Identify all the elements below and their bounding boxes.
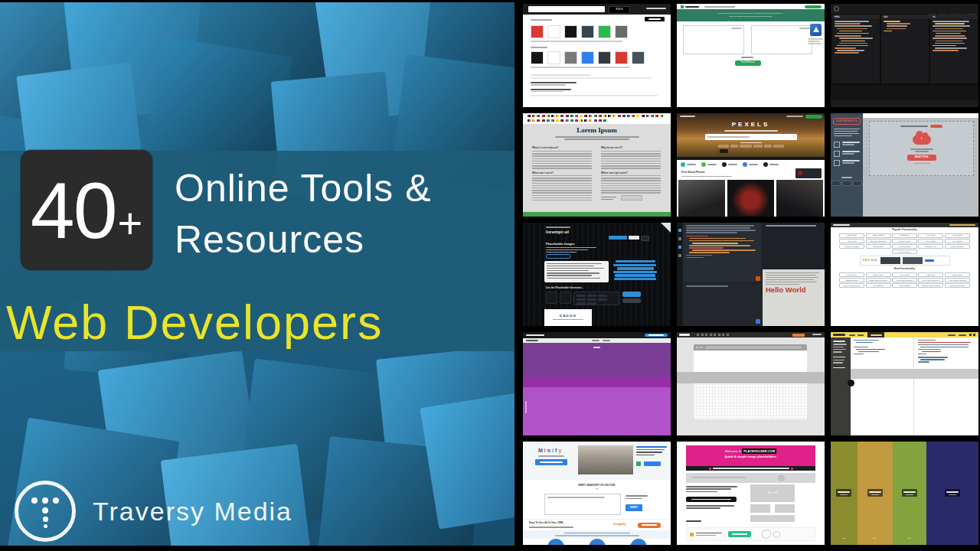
palette-stripe[interactable]: ••	[858, 442, 893, 545]
deal-button[interactable]	[728, 531, 751, 537]
tool-button[interactable]: JSON Path Tester	[839, 278, 864, 282]
photo-tile[interactable]	[776, 180, 823, 217]
signup-button[interactable]	[645, 334, 668, 337]
flag-icon[interactable]	[570, 119, 573, 122]
tool-button[interactable]: CSV to Excel Converter	[918, 278, 943, 282]
tool-icon[interactable]	[678, 246, 681, 249]
flag-icon[interactable]	[551, 119, 554, 122]
code-textarea[interactable]	[544, 494, 621, 515]
insightly-ad[interactable]: Easy To Use, All In One, CRM. insightly	[523, 519, 671, 531]
color-swatch[interactable]	[615, 25, 628, 38]
thumb-codebeautify[interactable]: Popular Functionality JSON ViewerJSON Va…	[831, 223, 978, 326]
category-cell[interactable]	[587, 302, 596, 305]
tool-button[interactable]: JSON Validator	[866, 233, 891, 238]
color-swatch[interactable]	[598, 51, 611, 64]
tool-icon[interactable]	[710, 334, 712, 336]
flag-icon[interactable]	[532, 119, 535, 122]
stripe-dots[interactable]: ••	[831, 537, 858, 540]
tag-pill[interactable]	[730, 145, 738, 148]
menu-item[interactable]	[849, 334, 855, 336]
flag-icon[interactable]	[537, 115, 540, 117]
tool-button[interactable]: JavaScript Validator	[839, 244, 864, 249]
flag-icon[interactable]	[566, 115, 569, 117]
tool-button[interactable]: XML Viewer	[918, 233, 943, 238]
flag-icon[interactable]	[537, 119, 540, 122]
generator-knob[interactable]	[560, 292, 571, 304]
minify-button[interactable]: MINIFY	[626, 504, 642, 511]
changed-text-area[interactable]	[751, 25, 812, 54]
flag-icon[interactable]	[636, 115, 639, 117]
flag-icon[interactable]	[589, 119, 592, 122]
palette-stripe[interactable]	[926, 442, 978, 545]
html-pane[interactable]	[683, 223, 762, 282]
category-chip[interactable]	[722, 162, 737, 167]
photo-tile[interactable]	[678, 180, 725, 217]
cta-button[interactable]	[535, 459, 567, 465]
tool-button[interactable]: JSON Viewer	[839, 233, 864, 238]
palette-stripe[interactable]: ••	[831, 442, 858, 545]
category-cell[interactable]	[598, 298, 607, 301]
url-input[interactable]	[528, 6, 605, 12]
cacoo-ad[interactable]: cacoo	[544, 309, 592, 326]
thumb-jsbin[interactable]: Hello World	[677, 223, 825, 326]
tool-icon[interactable]	[678, 237, 681, 240]
thumb-colordot[interactable]	[523, 332, 671, 435]
flag-icon[interactable]	[560, 115, 564, 117]
tool-icon[interactable]	[678, 229, 681, 232]
tool-button[interactable]: JSON Editor	[892, 233, 917, 238]
run-button[interactable]: RUN IN	[609, 6, 630, 14]
stripe-dots[interactable]: ••	[858, 537, 893, 540]
generate-button[interactable]	[621, 195, 642, 201]
color-swatch[interactable]	[564, 25, 577, 38]
thumb-color-palette-tool[interactable]: RUN IN	[523, 4, 671, 107]
menu-item[interactable]	[959, 334, 966, 336]
palette-stripe[interactable]: ••	[893, 442, 926, 545]
ad-button[interactable]	[925, 259, 934, 262]
tool-icon[interactable]	[722, 334, 724, 336]
diff-type-dropdown[interactable]	[741, 57, 753, 58]
tool-button[interactable]: JSON to Excel Converter	[866, 278, 891, 282]
tool-button[interactable]: Encryption-Decryption	[866, 239, 891, 243]
flag-icon[interactable]	[580, 119, 583, 122]
color-swatch[interactable]	[632, 51, 645, 64]
js-pane[interactable]	[763, 223, 825, 269]
menu-item[interactable]	[948, 334, 956, 336]
tag-pill[interactable]	[718, 145, 729, 148]
tool-button[interactable]: YAML to Excel Converter	[945, 278, 970, 282]
tool-button[interactable]: Hex to Decimal	[892, 244, 917, 249]
dropzone[interactable]: ↑ SELECT FILE	[869, 121, 974, 176]
tool-button[interactable]: Random Word Generator	[918, 283, 943, 288]
thumb-codepen[interactable]: SaveForkSettingsChange View HTML CSS JS	[831, 4, 978, 107]
drag-handle[interactable]	[848, 380, 854, 386]
reset-button[interactable]	[622, 298, 641, 303]
stripe-dots[interactable]: ••	[893, 537, 926, 540]
category-cell[interactable]	[577, 302, 586, 305]
flag-icon[interactable]	[589, 115, 592, 117]
flag-icon[interactable]	[642, 115, 645, 117]
colors-badge[interactable]	[645, 17, 665, 21]
thumb-placeholder[interactable]: Welcome to PLACEHOLDER.COM Quick & simpl…	[677, 442, 825, 545]
social-button[interactable]	[842, 181, 851, 186]
output-pane[interactable]: Hello World	[763, 269, 825, 326]
share-button[interactable]	[629, 236, 639, 240]
category-chip[interactable]	[763, 162, 779, 167]
flag-icon[interactable]	[542, 115, 545, 117]
ad-button[interactable]	[644, 461, 661, 466]
flag-icon[interactable]	[560, 119, 564, 122]
flag-icon[interactable]	[655, 115, 658, 117]
category-chip[interactable]	[681, 162, 696, 167]
tag-pill[interactable]	[740, 145, 752, 148]
thumb-babel-repl[interactable]	[831, 332, 978, 435]
thumb-coolors[interactable]: •• ••	[831, 442, 978, 545]
save-button[interactable]	[792, 334, 805, 337]
flag-icon[interactable]	[547, 115, 550, 117]
color-swatch[interactable]	[581, 25, 594, 38]
thumb-pexels[interactable]: PEXELS ⌕	[677, 113, 825, 217]
html-editor[interactable]: HTML	[832, 15, 880, 83]
flag-icon[interactable]	[599, 119, 602, 122]
flag-icon[interactable]	[627, 115, 630, 117]
generator-knob[interactable]	[546, 292, 557, 304]
icon[interactable]	[969, 334, 972, 336]
color-band-light[interactable]	[523, 387, 671, 435]
tool-button[interactable]: CSV Validator	[918, 239, 943, 243]
